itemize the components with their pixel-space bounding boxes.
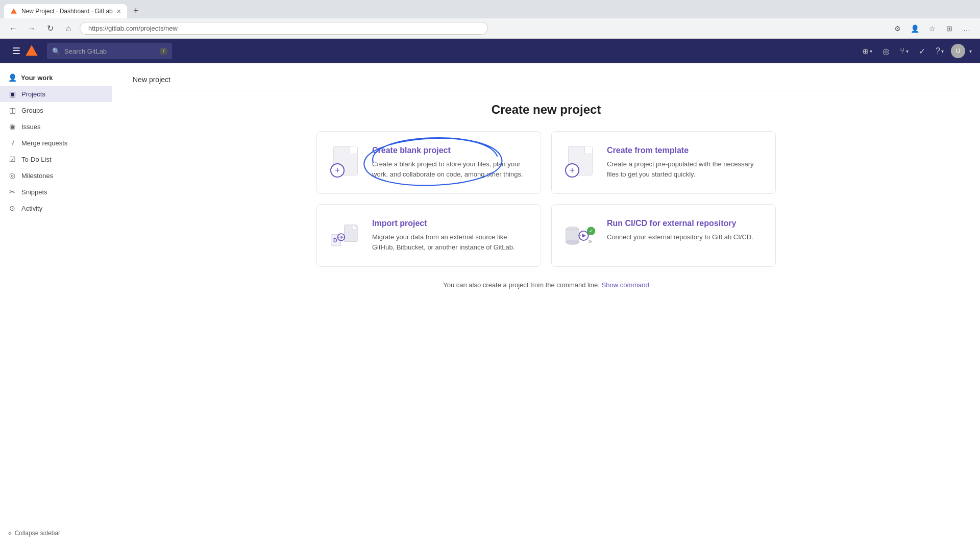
projects-icon: ▣: [8, 90, 16, 98]
svg-marker-1: [26, 45, 37, 56]
groups-label: Groups: [21, 107, 43, 114]
template-title: Create from template: [607, 146, 763, 155]
blank-project-text: Create blank project Create a blank proj…: [372, 146, 528, 179]
milestones-label: Milestones: [21, 172, 53, 180]
create-icon: ⊕: [862, 46, 869, 56]
forward-button[interactable]: →: [24, 21, 39, 36]
nav-right-actions: ⊕ ▾ ◎ ⑂ ▾ ✓ ? ▾ U ▾: [859, 43, 972, 59]
top-nav: ☰ 🔍 / ⊕ ▾ ◎ ⑂ ▾ ✓: [0, 39, 980, 63]
nav-search-bar[interactable]: 🔍 /: [47, 43, 172, 59]
browser-menu-button[interactable]: …: [960, 21, 974, 36]
avatar-chevron: ▾: [969, 48, 972, 54]
sidebar: 👤 Your work ▣ Projects ◫ Groups ◉ Issues…: [0, 63, 112, 551]
svg-marker-0: [11, 8, 17, 14]
hamburger-menu-button[interactable]: ☰: [8, 41, 24, 61]
cicd-card[interactable]: » ✓ Run CI/CD for external repository Co…: [551, 204, 776, 267]
plus-circle-icon: +: [330, 163, 345, 178]
back-button[interactable]: ←: [6, 21, 20, 36]
help-button[interactable]: ? ▾: [933, 43, 947, 59]
cicd-icon: » ✓: [564, 219, 597, 252]
merge-requests-label: Merge requests: [21, 139, 67, 147]
refresh-button[interactable]: ↻: [43, 21, 57, 36]
search-input[interactable]: [64, 47, 156, 55]
snippets-label: Snippets: [21, 188, 47, 196]
extensions-button[interactable]: ⚙: [890, 21, 904, 36]
address-text: https://gitlab.com/projects/new: [88, 24, 178, 32]
footer-note: You can also create a project from the c…: [133, 281, 960, 289]
todo-label: To-Do List: [21, 156, 52, 163]
footer-note-text: You can also create a project from the c…: [443, 281, 600, 289]
home-button[interactable]: ⌂: [61, 21, 76, 36]
active-tab[interactable]: New Project · Dashboard · GitLab ×: [4, 4, 127, 18]
sidebar-item-activity[interactable]: ⊙ Activity: [0, 200, 112, 216]
collapse-sidebar-button[interactable]: « Collapse sidebar: [0, 523, 112, 543]
cicd-desc: Connect your external repository to GitL…: [607, 232, 763, 242]
merge-requests-icon: ⑂: [900, 46, 905, 56]
snippets-icon: ✂: [8, 188, 16, 196]
cicd-title: Run CI/CD for external repository: [607, 219, 763, 228]
help-icon: ?: [936, 46, 940, 56]
address-bar[interactable]: https://gitlab.com/projects/new: [80, 22, 488, 35]
blank-project-title: Create blank project: [372, 146, 528, 155]
sidebar-section-title: Your work: [21, 74, 53, 82]
sidebar-item-merge-requests[interactable]: ⑂ Merge requests: [0, 135, 112, 151]
your-work-icon: 👤: [8, 73, 17, 82]
import-text: Import project Migrate your data from an…: [372, 219, 528, 252]
breadcrumb: New project: [133, 76, 960, 90]
svg-text:»: »: [589, 237, 592, 244]
blank-project-icon: +: [329, 146, 362, 179]
tab-bar: New Project · Dashboard · GitLab × +: [0, 0, 980, 18]
cicd-icon-svg: » ✓: [564, 221, 597, 249]
page-heading: Create new project: [133, 103, 960, 117]
sidebar-item-todo-list[interactable]: ☑ To-Do List: [0, 151, 112, 167]
merge-requests-nav-button[interactable]: ⑂ ▾: [897, 43, 912, 59]
svg-text:D: D: [333, 238, 337, 243]
sidebar-item-snippets[interactable]: ✂ Snippets: [0, 184, 112, 200]
issues-button[interactable]: ◎: [879, 43, 893, 59]
tab-close-button[interactable]: ×: [117, 7, 121, 15]
sidebar-item-projects[interactable]: ▣ Projects: [0, 86, 112, 102]
import-desc: Migrate your data from an external sourc…: [372, 232, 528, 252]
activity-icon: ⊙: [8, 204, 16, 212]
activity-label: Activity: [21, 205, 42, 212]
todo-sidebar-icon: ☑: [8, 155, 16, 163]
todo-icon: ✓: [919, 46, 925, 56]
app: ☰ 🔍 / ⊕ ▾ ◎ ⑂ ▾ ✓: [0, 39, 980, 551]
svg-marker-13: [582, 234, 586, 237]
user-avatar[interactable]: U: [951, 44, 965, 58]
issues-sidebar-icon: ◉: [8, 122, 16, 131]
project-options-grid: + Create blank project Create a blank pr…: [316, 131, 776, 267]
sidebar-section-header: 👤 Your work: [0, 71, 112, 86]
browser-toolbar-right: ⚙ 👤 ☆ ⊞ …: [890, 21, 974, 36]
main-content: New project Create new project + Create …: [112, 63, 980, 551]
todo-nav-button[interactable]: ✓: [916, 43, 928, 59]
import-project-card[interactable]: D Import project Migrate your data from …: [316, 204, 541, 267]
gitlab-logo: [24, 44, 39, 58]
projects-label: Projects: [21, 90, 45, 98]
create-blank-project-card[interactable]: + Create blank project Create a blank pr…: [316, 131, 541, 194]
collapse-label: Collapse sidebar: [15, 530, 60, 537]
sidebar-item-milestones[interactable]: ◎ Milestones: [0, 167, 112, 184]
collections-button[interactable]: ⊞: [942, 21, 957, 36]
merge-requests-sidebar-icon: ⑂: [8, 139, 16, 147]
search-icon: 🔍: [52, 47, 60, 55]
create-from-template-card[interactable]: + Create from template Create a project …: [551, 131, 776, 194]
sidebar-item-groups[interactable]: ◫ Groups: [0, 102, 112, 118]
template-text: Create from template Create a project pr…: [607, 146, 763, 179]
template-desc: Create a project pre-populated with the …: [607, 159, 763, 179]
template-plus-circle-icon: +: [565, 163, 579, 178]
collapse-icon: «: [8, 530, 12, 537]
profile-button[interactable]: 👤: [908, 21, 922, 36]
app-body: 👤 Your work ▣ Projects ◫ Groups ◉ Issues…: [0, 63, 980, 551]
create-new-button[interactable]: ⊕ ▾: [859, 43, 875, 59]
show-command-link[interactable]: Show command: [602, 281, 649, 289]
milestones-icon: ◎: [8, 171, 16, 180]
sidebar-item-issues[interactable]: ◉ Issues: [0, 118, 112, 135]
favorites-button[interactable]: ☆: [925, 21, 939, 36]
browser-chrome: New Project · Dashboard · GitLab × + ← →…: [0, 0, 980, 39]
issues-icon: ◎: [883, 46, 890, 56]
new-tab-button[interactable]: +: [129, 4, 143, 18]
cicd-text: Run CI/CD for external repository Connec…: [607, 219, 763, 242]
import-icon: D: [329, 219, 362, 252]
svg-point-11: [566, 240, 579, 244]
